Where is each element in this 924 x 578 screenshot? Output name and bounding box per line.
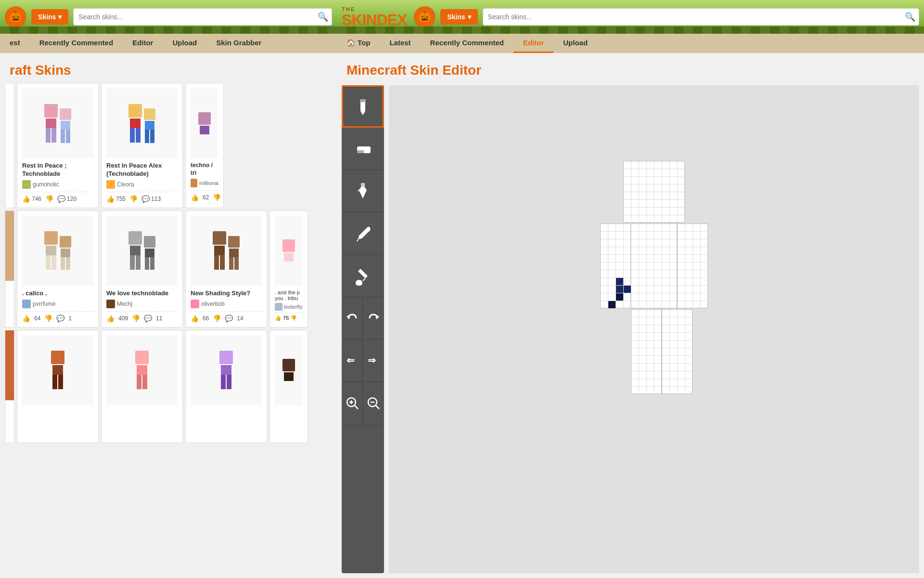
author-name-3: millionai: [199, 180, 218, 186]
eyedropper-icon: [353, 224, 372, 243]
skin-grid-row2: . calico . pxrrfume 👍 64 👎 💬 1: [0, 210, 337, 328]
left-search-input[interactable]: [73, 8, 332, 26]
move-right-tool[interactable]: ⇒: [363, 340, 384, 382]
right-search-input[interactable]: [483, 8, 919, 26]
skin-image-1: [22, 88, 93, 158]
right-header: THE SKINDEX 🎃 Skins ▾ 🔍: [337, 0, 924, 34]
left-logo-icon: 🎃: [5, 6, 26, 28]
undo-tool[interactable]: [342, 297, 363, 340]
author-calico: pxrrfume: [33, 301, 55, 307]
skin-image-3: [191, 88, 218, 158]
comment-icon-calico: 💬: [56, 315, 64, 322]
skin-card-calico[interactable]: . calico . pxrrfume 👍 64 👎 💬 1: [17, 210, 99, 328]
skin-card-fox[interactable]: [17, 330, 99, 443]
nav-item-skin-grabber[interactable]: Skin Grabber: [206, 34, 271, 53]
eraser-icon: [353, 139, 372, 158]
skin-card-pig[interactable]: [101, 330, 183, 443]
skin-author-row-1: gumoholic: [22, 180, 93, 192]
skin-card-3[interactable]: techno / tri millionai 👍 62 👎: [185, 83, 224, 208]
skin-card-dark[interactable]: [270, 330, 308, 443]
svg-marker-10: [375, 315, 379, 319]
svg-text:⇐: ⇐: [346, 355, 355, 366]
right-logo-icon: 🎃: [414, 6, 436, 28]
right-skins-dropdown[interactable]: Skins ▾: [440, 9, 477, 25]
dropdown-arrow: ▾: [58, 13, 62, 21]
fill-dropper-tool[interactable]: [342, 170, 384, 212]
nav-item-recently-commented-right[interactable]: Recently Commented: [421, 34, 513, 53]
zoom-out-tool[interactable]: [363, 382, 384, 424]
canvas-area[interactable]: [389, 85, 919, 573]
nav-item-recently-commented[interactable]: Recently Commented: [30, 34, 123, 53]
skin-card-technoblade[interactable]: We love technoblade Mechj 👍 409 👎 💬 11: [101, 210, 183, 328]
pencil-tool[interactable]: [342, 85, 384, 128]
comment-count-2: 113: [151, 196, 161, 202]
nav-item-upload[interactable]: Upload: [163, 34, 206, 53]
bucket-icon: [353, 266, 372, 286]
svg-marker-9: [346, 315, 350, 319]
skin-stats-2: 👍 755 👎 💬 113: [106, 195, 178, 203]
skin-image-calico: [22, 216, 93, 286]
nav-item-upload-right[interactable]: Upload: [553, 34, 597, 53]
svg-rect-5: [361, 183, 365, 187]
left-skins-dropdown[interactable]: Skins ▾: [31, 9, 68, 25]
skin-image-fox: [22, 335, 93, 405]
home-icon: 🏠: [346, 39, 356, 47]
partial-left-2: [5, 210, 14, 328]
zoom-in-tool[interactable]: [342, 382, 363, 424]
skin-grid: Rest In Peace ; Technoblade gumoholic 👍 …: [0, 83, 337, 208]
comment-count-calico: 1: [68, 315, 72, 322]
skin-card-2[interactable]: Rest In Peace Alex (Technoblade) Cleora …: [101, 83, 183, 208]
nav-item-latest[interactable]: Latest: [380, 34, 420, 53]
right-nav: 🏠 Top Latest Recently Commented Editor U…: [337, 34, 924, 53]
likes-2: 👍 755: [106, 195, 126, 203]
author-avatar-3: [191, 179, 197, 187]
skin-card-partial-right2[interactable]: . and the p you . tribu bvtterfly 👍 76 👎: [270, 210, 308, 328]
dislike-icon-shading: 👎: [213, 315, 221, 322]
bucket-fill-tool[interactable]: [342, 255, 384, 297]
author-partial-r2: bvtterfly: [284, 304, 303, 310]
skin-image-dark: [275, 335, 303, 405]
dislikes-2: 👎: [129, 195, 138, 203]
svg-text:⇒: ⇒: [368, 355, 376, 366]
like-icon-partial-r2: 👍: [275, 315, 282, 321]
right-search-button[interactable]: 🔍: [905, 12, 915, 22]
nav-item-editor-right[interactable]: Editor: [513, 34, 553, 53]
eraser-tool[interactable]: [342, 128, 384, 170]
avatar-calico: [22, 300, 31, 308]
left-search-button[interactable]: 🔍: [318, 12, 328, 22]
move-left-tool[interactable]: ⇐: [342, 340, 363, 382]
skin-author-row-3: millionai: [191, 179, 218, 191]
like-icon-1: 👍: [22, 195, 30, 203]
nav-item-est[interactable]: est: [0, 34, 30, 53]
like-count-technoblade: 409: [118, 315, 128, 322]
skin-title-calico: . calico .: [22, 289, 93, 298]
author-row-shading: oliverbob: [191, 300, 262, 312]
skin-card-shading[interactable]: New Shading Style? oliverbob 👍 66 👎 💬 14: [185, 210, 267, 328]
partial-title-r2: . and the p you . tribu: [275, 289, 303, 301]
dislike-icon-2: 👎: [129, 195, 138, 203]
svg-line-8: [363, 278, 365, 281]
editor-figure: [539, 161, 770, 498]
nav-item-top[interactable]: 🏠 Top: [337, 34, 380, 53]
left-panel: 🎃 Skins ▾ 🔍 est Recently Commented Edito…: [0, 0, 337, 578]
avatar-shading: [191, 300, 199, 308]
skin-card-1[interactable]: Rest In Peace ; Technoblade gumoholic 👍 …: [17, 83, 99, 208]
author-shading: oliverbob: [201, 301, 225, 307]
svg-rect-4: [357, 150, 364, 153]
author-row-technoblade: Mechj: [106, 300, 178, 312]
left-header: 🎃 Skins ▾ 🔍: [0, 0, 337, 34]
top-label: Top: [358, 39, 370, 47]
redo-tool[interactable]: [363, 297, 384, 340]
skin-image-technoblade: [106, 216, 178, 286]
skin-card-purple2[interactable]: [185, 330, 267, 443]
svg-line-16: [355, 406, 358, 409]
undo-redo-row: [342, 297, 384, 340]
nav-item-editor[interactable]: Editor: [123, 34, 163, 53]
like-icon-technoblade: 👍: [106, 315, 115, 322]
eyedropper-tool[interactable]: [342, 212, 384, 255]
skin-image-2: [106, 88, 178, 158]
pig-title-spacer: [106, 409, 178, 438]
dislike-icon-partial-r2: 👎: [290, 315, 297, 321]
author-name-1: gumoholic: [33, 181, 59, 188]
comment-icon-2: 💬: [141, 195, 150, 203]
